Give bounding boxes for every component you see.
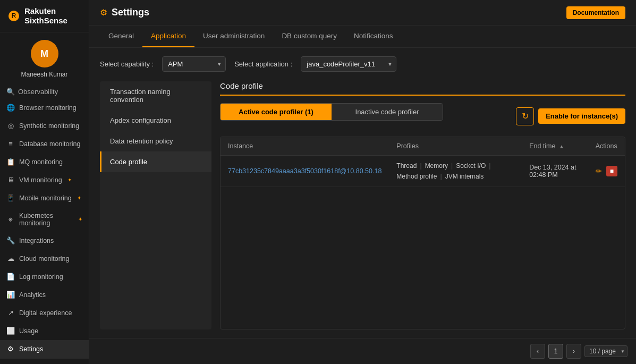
top-header: ⚙ Settings Documentation <box>89 0 636 26</box>
documentation-button[interactable]: Documentation <box>566 6 625 19</box>
database-monitoring-icon: ≡ <box>6 140 15 148</box>
prev-page-button[interactable]: ‹ <box>530 344 545 359</box>
avatar: M <box>31 40 58 67</box>
profiler-tabs: Active code profiler (1) Inactive code p… <box>220 103 443 121</box>
settings-tabs: General Application User administration … <box>89 26 636 48</box>
analytics-icon: 📊 <box>6 291 15 299</box>
col-actions: Actions <box>588 137 625 156</box>
observability-search[interactable]: 🔍 Observability <box>0 84 89 99</box>
brand-icon: R <box>7 10 20 22</box>
settings-content: Select capability : APM Select applicati… <box>89 48 636 338</box>
mobile-monitoring-icon: 📱 <box>6 194 15 202</box>
page-1-button[interactable]: 1 <box>548 344 563 359</box>
settings-icon: ⚙ <box>6 345 15 353</box>
capability-label: Select capability : <box>100 60 154 68</box>
subnav-code-profile[interactable]: Code profile <box>100 151 211 172</box>
brand-name: Rakuten SixthSense <box>24 6 67 26</box>
active-profiler-tab[interactable]: Active code profiler (1) <box>221 104 332 120</box>
sidebar-item-digital-experience[interactable]: ↗ Digital experience <box>0 304 89 322</box>
sidebar-item-integrations[interactable]: 🔧 Integrations <box>0 232 89 250</box>
search-icon: 🔍 <box>6 88 15 96</box>
settings-header-icon: ⚙ <box>100 7 107 18</box>
instances-table: Instance Profiles End time ▲ Actions 77c… <box>221 137 625 187</box>
vm-monitoring-icon: 🖥 <box>6 176 15 184</box>
profiles-cell: Thread | Memory | Socket I/O | Method pr… <box>389 156 522 187</box>
table-header-row: Instance Profiles End time ▲ Actions <box>221 137 625 156</box>
application-select[interactable]: java_codeProfiler_v11 <box>301 56 396 72</box>
select-row: Select capability : APM Select applicati… <box>100 56 625 72</box>
profile-tags: Thread | Memory | Socket I/O | Method pr… <box>396 162 514 180</box>
sidebar-item-kubernetes-monitoring[interactable]: ⎈ Kubernetes monitoring ✦ <box>0 207 89 232</box>
nav-menu: 🌐 Browser monitoring ◎ Synthetic monitor… <box>0 99 89 358</box>
main-content: ⚙ Settings Documentation General Applica… <box>89 0 636 364</box>
sidebar-item-vm-monitoring[interactable]: 🖥 VM monitoring ✦ <box>0 171 89 189</box>
sidebar-item-browser-monitoring[interactable]: 🌐 Browser monitoring <box>0 99 89 117</box>
table-row: 77cb31235c7849aaaa3a3f5030f1618f@10.80.5… <box>221 156 625 187</box>
stop-button[interactable]: ■ <box>606 166 617 176</box>
end-time-cell: Dec 13, 2024 at 02:48 PM <box>522 156 588 187</box>
kubernetes-monitoring-icon: ⎈ <box>6 215 15 224</box>
inactive-profiler-tab[interactable]: Inactive code profiler <box>332 104 443 120</box>
pagination: ‹ 1 › 10 / page 25 / page 50 / page <box>89 338 636 364</box>
sidebar-item-mq-monitoring[interactable]: 📋 MQ monitoring <box>0 153 89 171</box>
capability-select[interactable]: APM <box>162 56 226 72</box>
sidebar-item-mobile-monitoring[interactable]: 📱 Mobile monitoring ✦ <box>0 189 89 207</box>
enable-instances-button[interactable]: Enable for instance(s) <box>538 108 625 124</box>
col-instance: Instance <box>221 137 389 156</box>
integrations-icon: 🔧 <box>6 236 15 245</box>
user-avatar-section: M Maneesh Kumar <box>0 32 89 84</box>
next-page-button[interactable]: › <box>566 344 581 359</box>
sidebar-item-settings[interactable]: ⚙ Settings <box>0 340 89 358</box>
usage-icon: ⬜ <box>6 327 15 335</box>
subnav-data-retention[interactable]: Data retention policy <box>100 131 211 151</box>
vm-badge: ✦ <box>67 177 72 183</box>
tab-notifications[interactable]: Notifications <box>345 26 402 47</box>
subnav-transaction-naming[interactable]: Transaction naming convention <box>100 81 211 110</box>
sidebar-item-log-monitoring[interactable]: 📄 Log monitoring <box>0 268 89 286</box>
sidebar-footer: → <box>0 358 89 364</box>
mq-monitoring-icon: 📋 <box>6 158 15 166</box>
action-buttons: ✏ ■ <box>596 166 617 176</box>
actions-cell: ✏ ■ <box>588 156 625 187</box>
panel-title: Code profile <box>220 81 625 96</box>
cloud-monitoring-icon: ☁ <box>6 255 15 263</box>
tab-application[interactable]: Application <box>142 26 194 47</box>
sidebar-item-synthetic-monitoring[interactable]: ◎ Synthetic monitoring <box>0 117 89 135</box>
instance-cell: 77cb31235c7849aaaa3a3f5030f1618f@10.80.5… <box>221 156 389 187</box>
sidebar: R Rakuten SixthSense M Maneesh Kumar 🔍 O… <box>0 0 89 364</box>
refresh-button[interactable]: ↻ <box>516 107 534 125</box>
mobile-badge: ✦ <box>77 195 81 201</box>
sidebar-item-usage[interactable]: ⬜ Usage <box>0 322 89 340</box>
col-end-time: End time ▲ <box>522 137 588 156</box>
refresh-icon: ↻ <box>522 111 529 121</box>
k8s-badge: ✦ <box>78 216 82 222</box>
sidebar-item-cloud-monitoring[interactable]: ☁ Cloud monitoring <box>0 250 89 268</box>
tab-general[interactable]: General <box>100 26 142 47</box>
sidebar-item-database-monitoring[interactable]: ≡ Database monitoring <box>0 135 89 153</box>
user-name: Maneesh Kumar <box>21 71 67 79</box>
browser-monitoring-icon: 🌐 <box>6 104 15 112</box>
log-monitoring-icon: 📄 <box>6 273 15 281</box>
application-label: Select application : <box>234 60 292 68</box>
synthetic-monitoring-icon: ◎ <box>6 122 15 130</box>
tab-user-administration[interactable]: User administration <box>194 26 273 47</box>
svg-text:R: R <box>12 12 16 20</box>
subnav-apdex-configuration[interactable]: Apdex configuration <box>100 110 211 131</box>
right-panel: Code profile Active code profiler (1) In… <box>220 81 625 329</box>
header-left: ⚙ Settings <box>100 7 149 18</box>
sidebar-item-analytics[interactable]: 📊 Analytics <box>0 286 89 304</box>
sub-navigation: Transaction naming convention Apdex conf… <box>100 81 211 329</box>
page-size-wrap: 10 / page 25 / page 50 / page <box>584 345 627 357</box>
tab-db-custom-query[interactable]: DB custom query <box>273 26 345 47</box>
digital-experience-icon: ↗ <box>6 309 15 317</box>
sort-icon: ▲ <box>559 143 564 149</box>
application-select-wrap: java_codeProfiler_v11 <box>301 56 396 72</box>
code-profile-table: Instance Profiles End time ▲ Actions 77c… <box>220 137 625 329</box>
capability-select-wrap: APM <box>162 56 226 72</box>
content-body: Transaction naming convention Apdex conf… <box>100 81 625 329</box>
edit-button[interactable]: ✏ <box>596 167 602 175</box>
instance-link[interactable]: 77cb31235c7849aaaa3a3f5030f1618f@10.80.5… <box>228 167 381 175</box>
col-profiles: Profiles <box>389 137 522 156</box>
brand: R Rakuten SixthSense <box>0 0 89 32</box>
page-size-select[interactable]: 10 / page 25 / page 50 / page <box>584 345 627 357</box>
